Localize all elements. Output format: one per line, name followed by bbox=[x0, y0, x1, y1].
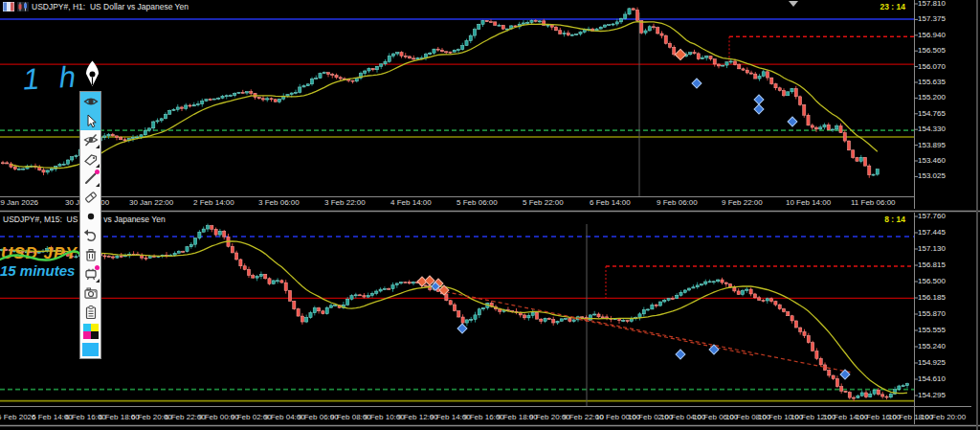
time-axis-h1[interactable]: 29 Jan 202630 Jan 06:0030 Jan 22:002 Feb… bbox=[0, 197, 980, 210]
handwritten-1h-annotation[interactable]: 1 h bbox=[22, 59, 82, 97]
trend-line bbox=[572, 318, 754, 355]
candle-countdown-h1: 23 : 14 bbox=[821, 2, 905, 11]
chart-window-icon bbox=[3, 2, 14, 11]
metatrader-window: USDJPY#, H1: US Dollar vs Japanese Yen 2… bbox=[0, 0, 980, 430]
chart-title-text: USDJPY#, H1: US Dollar vs Japanese Yen bbox=[32, 2, 189, 11]
signal-diamond-marker[interactable] bbox=[457, 324, 467, 333]
time-tick-label: 30 Jan 22:00 bbox=[129, 198, 173, 207]
cursor-arrow-icon bbox=[83, 113, 99, 128]
price-tick-label: 157.445 bbox=[918, 228, 946, 237]
handwritten-usdjpy-annotation[interactable]: USD JPY bbox=[1, 244, 78, 263]
undo-icon bbox=[83, 228, 99, 243]
tool-eraser[interactable] bbox=[80, 188, 100, 207]
candlestick-chart-icon bbox=[17, 2, 29, 11]
price-tick-label: 156.185 bbox=[918, 293, 946, 302]
time-tick-label: 5 Feb 06:00 bbox=[457, 198, 498, 207]
line-pencil-icon bbox=[83, 170, 99, 186]
time-axis-m15[interactable]: 6 Feb 20266 Feb 14:006 Feb 16:006 Feb 18… bbox=[0, 412, 980, 424]
trash-icon bbox=[83, 247, 99, 262]
plot-area-h1[interactable] bbox=[0, 8, 914, 196]
tool-color-palette[interactable] bbox=[80, 322, 100, 341]
price-tick-label: 156.500 bbox=[918, 277, 946, 285]
time-tick-label: 6 Feb 14:00 bbox=[590, 198, 631, 207]
tool-current-color[interactable] bbox=[80, 341, 100, 358]
tool-price-tag[interactable] bbox=[80, 149, 100, 169]
time-tick-label: 11 Feb 06:00 bbox=[851, 198, 896, 207]
tool-visibility-eye[interactable] bbox=[80, 92, 100, 111]
tool-panel-grill[interactable] bbox=[80, 264, 100, 283]
price-tick-label: 154.295 bbox=[918, 391, 946, 399]
time-tick-label: 3 Feb 06:00 bbox=[258, 198, 300, 207]
tool-line-pencil[interactable] bbox=[80, 169, 100, 188]
color-palette-grid bbox=[83, 324, 99, 339]
price-scale-m15[interactable]: 157.760157.445157.130156.815156.500156.1… bbox=[918, 0, 973, 424]
tool-camera[interactable] bbox=[80, 283, 100, 303]
price-tick-label: 157.130 bbox=[918, 244, 946, 253]
tool-hide-drawings-eye[interactable] bbox=[80, 130, 100, 149]
clipboard-icon bbox=[83, 305, 99, 320]
chart-title-h1: USDJPY#, H1: US Dollar vs Japanese Yen bbox=[3, 2, 189, 11]
tool-undo[interactable] bbox=[80, 226, 100, 245]
price-tick-label: 154.610 bbox=[918, 374, 946, 383]
tool-clipboard[interactable] bbox=[80, 303, 100, 322]
scroll-position-marker bbox=[789, 1, 798, 7]
price-tick-label: 156.815 bbox=[918, 260, 946, 269]
time-tick-label: 10 Feb 14:00 bbox=[786, 198, 831, 207]
visibility-eye-icon bbox=[83, 94, 99, 109]
signal-diamond-marker[interactable] bbox=[676, 350, 685, 359]
time-tick-label: 10 Feb 20:00 bbox=[921, 413, 966, 421]
signal-diamond-marker[interactable] bbox=[754, 104, 764, 114]
eraser-icon bbox=[83, 190, 99, 205]
signal-diamond-marker[interactable] bbox=[754, 95, 764, 104]
time-tick-label: 2 Feb 14:00 bbox=[193, 198, 234, 207]
dot-size-icon bbox=[83, 209, 99, 224]
tool-dot-size[interactable] bbox=[80, 207, 100, 226]
handwritten-15min-annotation[interactable]: 15 minutes bbox=[0, 262, 75, 279]
signal-diamond-marker[interactable] bbox=[692, 79, 702, 88]
panel-grill-icon bbox=[83, 266, 99, 282]
time-tick-label: 9 Feb 06:00 bbox=[657, 198, 698, 207]
camera-icon bbox=[83, 285, 99, 301]
price-tick-label: 155.555 bbox=[918, 326, 946, 334]
price-tick-label: 155.240 bbox=[918, 342, 946, 351]
signal-diamond-marker[interactable] bbox=[425, 276, 434, 285]
price-tag-icon bbox=[83, 151, 99, 167]
time-tick-label: 4 Feb 14:00 bbox=[390, 198, 432, 207]
tool-trash[interactable] bbox=[80, 245, 100, 264]
tool-cursor-arrow[interactable] bbox=[80, 111, 100, 130]
signal-diamond-marker[interactable] bbox=[788, 117, 797, 126]
time-tick-label: 9 Feb 22:00 bbox=[722, 198, 763, 207]
trend-line bbox=[433, 289, 852, 373]
time-tick-label: 6 Feb 2026 bbox=[0, 413, 35, 421]
hide-drawings-eye-icon bbox=[83, 132, 99, 147]
plot-area-m15[interactable] bbox=[0, 224, 914, 406]
current-color-swatch bbox=[82, 343, 99, 356]
time-tick-label: 3 Feb 22:00 bbox=[324, 198, 366, 207]
price-tick-label: 155.870 bbox=[918, 309, 946, 318]
price-tick-label: 154.925 bbox=[918, 358, 946, 367]
pen-tool-icon[interactable] bbox=[83, 60, 101, 87]
moving-average-line bbox=[11, 22, 878, 169]
drawing-toolbar bbox=[79, 91, 101, 359]
time-tick-label: 29 Jan 2026 bbox=[0, 198, 38, 207]
signal-diamond-marker[interactable] bbox=[675, 49, 685, 59]
candle-countdown-m15: 8 : 14 bbox=[821, 215, 905, 224]
time-tick-label: 5 Feb 22:00 bbox=[523, 198, 564, 207]
price-tick-label: 157.760 bbox=[918, 212, 946, 220]
signal-diamond-marker[interactable] bbox=[840, 370, 850, 379]
